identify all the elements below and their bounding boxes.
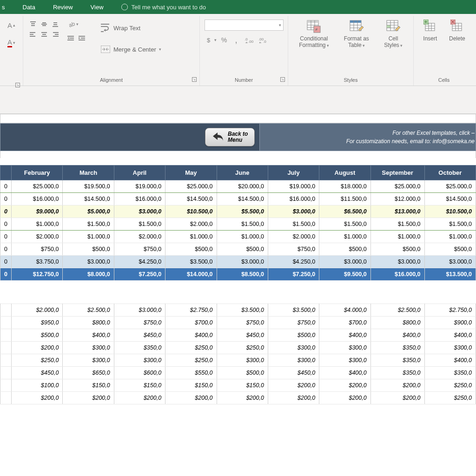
data-cell[interactable]: $1.000,0 — [165, 231, 217, 243]
data-cell[interactable]: $19.000,0 — [268, 180, 319, 193]
data-cell[interactable]: $250,0 — [424, 379, 476, 392]
header-jun[interactable]: June — [217, 165, 268, 180]
data-cell[interactable]: $7.250,0 — [268, 268, 319, 281]
data-cell[interactable]: $1.500,0 — [319, 218, 370, 231]
data-cell[interactable]: $3.000,0 — [114, 304, 165, 317]
data-cell[interactable]: $300,0 — [63, 342, 114, 354]
data-cell[interactable]: $450,0 — [114, 329, 165, 342]
data-cell[interactable]: $300,0 — [63, 354, 114, 367]
row-edge-cell[interactable] — [0, 342, 12, 354]
cell-styles-button[interactable]: CellStyles▾ — [382, 18, 404, 50]
data-cell[interactable]: $500,0 — [217, 367, 268, 379]
data-cell[interactable]: $750,0 — [114, 243, 165, 256]
data-cell[interactable]: $4.250,0 — [268, 256, 319, 268]
data-cell[interactable]: $3.000,0 — [424, 256, 476, 268]
data-cell[interactable]: $19.000,0 — [114, 180, 165, 193]
data-cell[interactable]: $19.500,0 — [63, 180, 114, 193]
table-row[interactable]: 0$1.000,0$1.500,0$1.500,0$2.000,0$1.500,… — [0, 218, 476, 231]
data-cell[interactable]: $2.500,0 — [63, 304, 114, 317]
data-cell[interactable]: $200,0 — [11, 342, 62, 354]
data-cell[interactable]: $400,0 — [165, 329, 217, 342]
data-cell[interactable]: $1.000,0 — [217, 231, 268, 243]
header-sep[interactable]: September — [370, 165, 424, 180]
data-cell[interactable]: $350,0 — [370, 342, 424, 354]
grow-font-button[interactable]: A▴ — [7, 20, 17, 30]
data-cell[interactable]: $200,0 — [370, 379, 424, 392]
data-cell[interactable]: $450,0 — [217, 329, 268, 342]
data-cell[interactable]: $20.000,0 — [217, 180, 268, 193]
row-edge-cell[interactable] — [0, 304, 12, 317]
insert-cells-button[interactable]: Insert — [421, 18, 439, 43]
data-cell[interactable]: $1.500,0 — [424, 218, 476, 231]
data-cell[interactable]: $2.750,0 — [165, 304, 217, 317]
data-cell[interactable]: $13.500,0 — [424, 268, 476, 281]
wrap-text-button[interactable]: Wrap Text — [98, 20, 163, 35]
row-edge-cell[interactable]: 0 — [0, 243, 12, 256]
data-cell[interactable]: $200,0 — [319, 392, 370, 404]
data-cell[interactable]: $12.750,0 — [11, 268, 62, 281]
data-cell[interactable]: $400,0 — [370, 329, 424, 342]
table-row[interactable]: 0$9.000,0$5.000,0$3.000,0$10.500,0$5.500… — [0, 205, 476, 218]
data-cell[interactable]: $200,0 — [370, 392, 424, 404]
data-cell[interactable]: $16.000,0 — [114, 193, 165, 205]
data-cell[interactable]: $500,0 — [63, 243, 114, 256]
table-row[interactable]: $950,0$800,0$750,0$700,0$750,0$750,0$700… — [0, 317, 476, 329]
align-center-button[interactable] — [39, 30, 49, 39]
data-cell[interactable]: $300,0 — [268, 342, 319, 354]
data-cell[interactable]: $25.000,0 — [11, 180, 62, 193]
data-cell[interactable]: $350,0 — [424, 367, 476, 379]
data-cell[interactable]: $2.000,0 — [11, 231, 62, 243]
data-cell[interactable]: $16.000,0 — [268, 193, 319, 205]
data-cell[interactable]: $13.000,0 — [370, 205, 424, 218]
data-cell[interactable]: $500,0 — [319, 243, 370, 256]
data-cell[interactable]: $14.500,0 — [63, 193, 114, 205]
data-cell[interactable]: $200,0 — [165, 392, 217, 404]
data-cell[interactable]: $1.500,0 — [63, 218, 114, 231]
data-cell[interactable]: $650,0 — [63, 367, 114, 379]
table-row[interactable]: 0$3.750,0$3.000,0$4.250,0$3.500,0$3.000,… — [0, 256, 476, 268]
data-cell[interactable]: $3.000,0 — [63, 256, 114, 268]
data-cell[interactable]: $400,0 — [424, 354, 476, 367]
data-cell[interactable]: $1.500,0 — [268, 218, 319, 231]
data-cell[interactable]: $2.000,0 — [11, 304, 62, 317]
tab-view[interactable]: View — [89, 1, 106, 13]
data-cell[interactable]: $8.500,0 — [217, 268, 268, 281]
delete-cells-button[interactable]: Delete — [447, 18, 467, 43]
data-cell[interactable]: $350,0 — [370, 354, 424, 367]
table-row[interactable]: 0$2.000,0$1.000,0$2.000,0$1.000,0$1.000,… — [0, 231, 476, 243]
format-as-table-button[interactable]: Format asTable▾ — [342, 18, 371, 50]
data-cell[interactable]: $4.250,0 — [114, 256, 165, 268]
data-cell[interactable]: $500,0 — [11, 329, 62, 342]
data-cell[interactable]: $12.000,0 — [370, 193, 424, 205]
data-cell[interactable]: $16.000,0 — [11, 193, 62, 205]
data-cell[interactable]: $25.000,0 — [424, 180, 476, 193]
tab-partial[interactable]: s — [0, 1, 7, 13]
data-cell[interactable]: $350,0 — [114, 342, 165, 354]
data-cell[interactable]: $900,0 — [424, 317, 476, 329]
row-edge-cell[interactable]: 0 — [0, 256, 12, 268]
data-cell[interactable]: $3.000,0 — [217, 256, 268, 268]
row-edge-cell[interactable] — [0, 379, 12, 392]
align-bottom-button[interactable] — [50, 20, 60, 29]
data-cell[interactable]: $3.750,0 — [11, 256, 62, 268]
data-cell[interactable]: $750,0 — [11, 243, 62, 256]
data-cell[interactable]: $750,0 — [268, 317, 319, 329]
data-cell[interactable]: $9.500,0 — [319, 268, 370, 281]
data-cell[interactable]: $250,0 — [11, 354, 62, 367]
header-oct[interactable]: October — [424, 165, 476, 180]
data-cell[interactable]: $400,0 — [319, 367, 370, 379]
data-cell[interactable]: $5.000,0 — [63, 205, 114, 218]
data-cell[interactable]: $250,0 — [217, 342, 268, 354]
decrease-decimal-button[interactable]: .00.0 — [257, 35, 270, 45]
data-cell[interactable]: $2.000,0 — [165, 218, 217, 231]
data-cell[interactable]: $750,0 — [114, 317, 165, 329]
table-row[interactable]: $100,0$150,0$150,0$150,0$150,0$200,0$200… — [0, 379, 476, 392]
data-cell[interactable]: $250,0 — [165, 354, 217, 367]
table-row[interactable]: $450,0$650,0$600,0$550,0$500,0$450,0$400… — [0, 367, 476, 379]
row-edge-cell[interactable]: 0 — [0, 268, 12, 281]
align-right-button[interactable] — [50, 30, 60, 39]
tab-data[interactable]: Data — [21, 1, 37, 13]
data-cell[interactable]: $200,0 — [268, 379, 319, 392]
font-launcher[interactable]: ↘ — [15, 83, 20, 87]
header-feb[interactable]: February — [11, 165, 62, 180]
